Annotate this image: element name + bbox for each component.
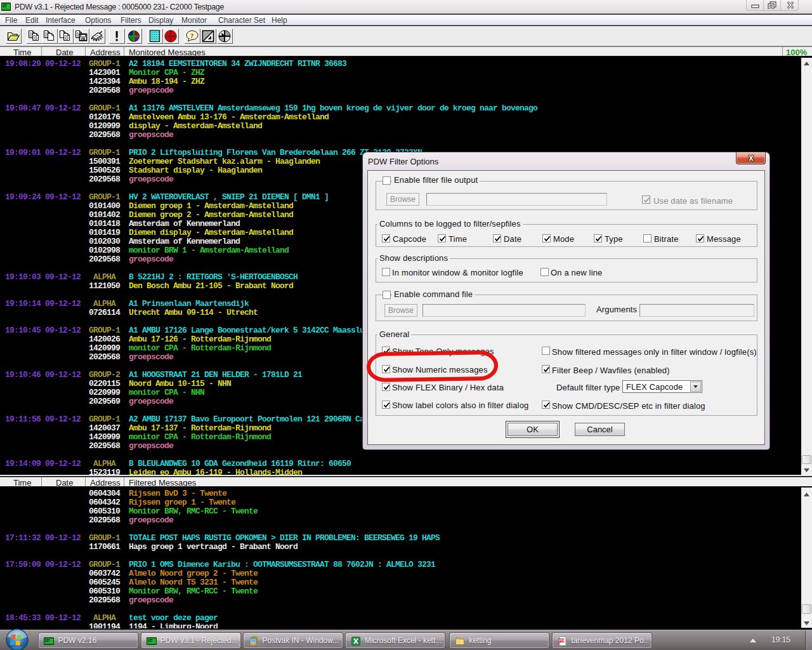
svg-text:?: ? (190, 32, 194, 39)
svg-text:ISC: ISC (46, 640, 51, 643)
svg-text:ISC: ISC (148, 640, 154, 643)
svg-text:ISC: ISC (3, 5, 9, 9)
svg-text:PDF: PDF (559, 639, 565, 642)
